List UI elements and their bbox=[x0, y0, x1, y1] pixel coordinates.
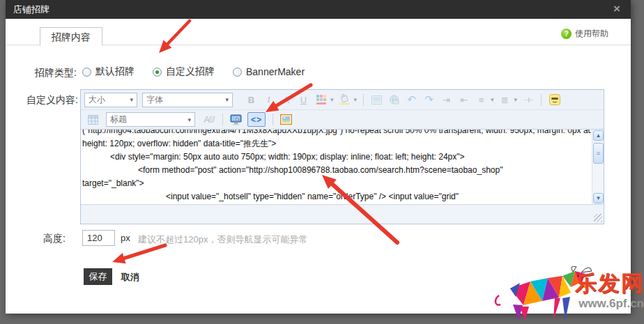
chevron-down-icon: ▾ bbox=[225, 96, 229, 103]
strikethrough-icon[interactable]: A bbox=[279, 93, 293, 107]
redo-icon[interactable]: ↷ bbox=[422, 93, 436, 107]
cancel-button[interactable]: 取消 bbox=[121, 271, 139, 284]
watermark-site-url: www.6pf.cn bbox=[578, 297, 644, 311]
scroll-down-icon[interactable]: ▼ bbox=[593, 193, 604, 203]
chevron-down-icon[interactable]: ▾ bbox=[514, 96, 518, 103]
underline-icon[interactable]: U bbox=[296, 93, 311, 107]
emoticon-icon[interactable] bbox=[547, 93, 562, 107]
radio-label: 自定义招牌 bbox=[166, 65, 215, 78]
chevron-down-icon[interactable]: ▾ bbox=[330, 96, 334, 103]
dialog-title: 店铺招牌 bbox=[13, 4, 49, 15]
save-button[interactable]: 保存 bbox=[84, 268, 112, 285]
toolbar-separator bbox=[222, 114, 223, 125]
font-size-select[interactable]: 大小 ▾ bbox=[84, 93, 137, 107]
insert-image-icon[interactable] bbox=[369, 93, 384, 107]
chevron-down-icon[interactable]: ▾ bbox=[491, 96, 494, 103]
tab-banner-content[interactable]: 招牌内容 bbox=[40, 27, 102, 46]
help-label: 使用帮助 bbox=[575, 28, 608, 40]
undo-icon[interactable]: ↶ bbox=[404, 93, 419, 107]
chevron-down-icon: ▾ bbox=[187, 116, 191, 123]
watermark: 乐发网 www.6pf.cn bbox=[488, 266, 644, 322]
radio-label: 默认招牌 bbox=[95, 65, 135, 78]
help-icon: ? bbox=[561, 29, 572, 39]
chevron-down-icon[interactable]: ▾ bbox=[354, 96, 358, 103]
height-hint: 建议不超过120px，否则导航显示可能异常 bbox=[138, 233, 307, 246]
radio-icon bbox=[82, 68, 91, 77]
radio-custom-banner[interactable]: 自定义招牌 bbox=[153, 65, 215, 78]
radio-default-banner[interactable]: 默认招牌 bbox=[82, 65, 135, 78]
background-color-icon[interactable] bbox=[337, 93, 352, 107]
height-input[interactable] bbox=[82, 230, 115, 246]
rich-text-editor: 大小 ▾ 字体 ▾ B I A U ▾ bbox=[80, 89, 604, 224]
editor-footer bbox=[81, 204, 604, 224]
font-family-select[interactable]: 字体 ▾ bbox=[142, 93, 233, 107]
editor-toolbar-row2: 标题 ▾ A <> bbox=[81, 110, 604, 129]
indent-icon[interactable]: ⇥ bbox=[439, 93, 454, 107]
resize-grip-icon[interactable] bbox=[594, 214, 602, 222]
bold-icon[interactable]: B bbox=[244, 93, 259, 107]
code-content[interactable]: ("http://img04.taobaocdn.com/imgextra/i4… bbox=[82, 129, 591, 204]
remove-format-icon[interactable]: A bbox=[202, 112, 217, 127]
radio-label: BannerMaker bbox=[246, 66, 305, 77]
radio-selected-icon bbox=[153, 68, 162, 77]
hyperlink-globe-icon[interactable] bbox=[387, 93, 401, 107]
height-label: 高度: bbox=[6, 233, 66, 245]
vertical-scrollbar[interactable]: ▲ ≡ ▼ bbox=[592, 130, 604, 204]
toolbar-separator bbox=[541, 94, 542, 106]
height-unit: px bbox=[121, 233, 130, 243]
toolbar-separator bbox=[363, 94, 364, 106]
italic-icon[interactable]: I bbox=[261, 93, 276, 107]
source-code-area[interactable]: ("http://img04.taobaocdn.com/imgextra/i4… bbox=[81, 129, 604, 204]
custom-content-label: 自定义内容: bbox=[6, 94, 78, 107]
scroll-up-icon[interactable]: ▲ bbox=[593, 130, 604, 141]
dialog-titlebar: 店铺招牌 × bbox=[6, 0, 631, 19]
close-icon[interactable]: × bbox=[610, 0, 624, 19]
tab-bar: 招牌内容 ? 使用帮助 bbox=[6, 19, 631, 45]
page-break-icon[interactable]: ⊣⊢ bbox=[521, 93, 535, 107]
source-code-icon[interactable]: <> bbox=[247, 112, 266, 127]
numbered-list-icon[interactable]: ≣ bbox=[498, 93, 512, 107]
insert-table-icon[interactable] bbox=[86, 112, 100, 127]
radio-icon bbox=[233, 68, 242, 77]
radio-bannermaker[interactable]: BannerMaker bbox=[233, 66, 305, 77]
scrollbar-thumb[interactable]: ≡ bbox=[593, 143, 604, 164]
preview-monitor-icon[interactable] bbox=[229, 112, 243, 127]
banner-type-options: 默认招牌 自定义招牌 BannerMaker bbox=[82, 65, 323, 78]
editor-toolbar-row1: 大小 ▾ 字体 ▾ B I A U ▾ bbox=[81, 90, 604, 110]
outdent-icon[interactable]: ⇤ bbox=[457, 93, 471, 107]
image-map-icon[interactable] bbox=[279, 112, 293, 127]
watermark-site-name: 乐发网 bbox=[575, 269, 644, 298]
font-color-icon[interactable] bbox=[314, 93, 328, 107]
paragraph-style-select[interactable]: 标题 ▾ bbox=[106, 112, 195, 127]
banner-type-label: 招牌类型: bbox=[6, 67, 77, 79]
toolbar-separator bbox=[273, 114, 273, 125]
chevron-down-icon: ▾ bbox=[130, 96, 133, 103]
help-link[interactable]: ? 使用帮助 bbox=[561, 28, 608, 40]
bullet-list-icon[interactable]: ≡ bbox=[474, 93, 489, 107]
